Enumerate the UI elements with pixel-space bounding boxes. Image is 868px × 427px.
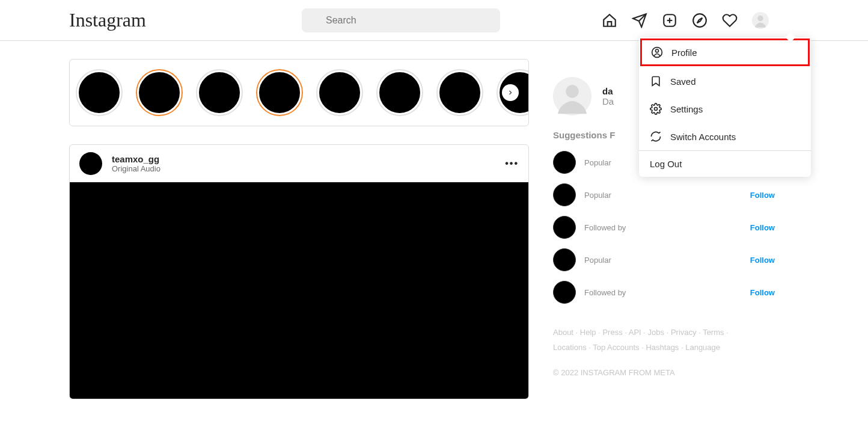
stories-next-button[interactable] bbox=[502, 84, 519, 101]
suggestion-item: Popular Follow bbox=[553, 179, 799, 211]
menu-item-profile[interactable]: Profile bbox=[640, 38, 810, 66]
menu-label: Profile bbox=[671, 48, 697, 58]
follow-button[interactable]: Follow bbox=[750, 256, 775, 265]
footer-links: About · Help · Press · API · Jobs · Priv… bbox=[553, 325, 799, 355]
current-user-avatar[interactable] bbox=[553, 77, 591, 115]
suggestion-avatar[interactable] bbox=[553, 183, 576, 206]
gear-icon bbox=[650, 103, 662, 115]
activity-icon[interactable] bbox=[722, 13, 738, 28]
svg-point-10 bbox=[656, 49, 659, 52]
story-item[interactable] bbox=[257, 70, 302, 115]
footer-link[interactable]: About bbox=[553, 328, 573, 337]
menu-item-saved[interactable]: Saved bbox=[639, 67, 811, 95]
menu-label: Settings bbox=[670, 104, 703, 114]
bookmark-icon bbox=[650, 75, 662, 87]
story-item[interactable] bbox=[77, 70, 121, 115]
home-icon[interactable] bbox=[602, 13, 617, 28]
menu-item-logout[interactable]: Log Out bbox=[639, 151, 811, 177]
story-item[interactable] bbox=[377, 70, 422, 115]
top-nav: Instagram bbox=[0, 0, 868, 41]
svg-point-5 bbox=[693, 14, 706, 27]
menu-item-switch[interactable]: Switch Accounts bbox=[639, 123, 811, 150]
current-user-username: da bbox=[602, 86, 614, 96]
post-subtitle[interactable]: Original Audio bbox=[112, 164, 160, 173]
search-input[interactable] bbox=[302, 8, 500, 32]
profile-icon bbox=[651, 46, 663, 58]
svg-marker-6 bbox=[697, 17, 703, 23]
suggestion-item: Followed by Follow bbox=[553, 276, 799, 309]
suggestion-avatar[interactable] bbox=[553, 151, 576, 174]
follow-button[interactable]: Follow bbox=[750, 288, 775, 297]
footer-link[interactable]: Locations bbox=[553, 343, 587, 352]
suggestion-avatar[interactable] bbox=[553, 216, 576, 239]
feed-post: teamxo_gg Original Audio ••• bbox=[69, 144, 529, 399]
menu-item-settings[interactable]: Settings bbox=[639, 95, 811, 123]
menu-label: Saved bbox=[670, 76, 696, 87]
post-author-username[interactable]: teamxo_gg bbox=[112, 154, 160, 164]
svg-point-13 bbox=[566, 85, 578, 97]
svg-point-8 bbox=[757, 15, 763, 20]
footer-link[interactable]: Help bbox=[580, 328, 596, 337]
svg-point-11 bbox=[655, 108, 658, 111]
footer-link[interactable]: Hashtags bbox=[646, 343, 679, 352]
story-item[interactable] bbox=[438, 70, 482, 115]
nav-icons bbox=[602, 12, 769, 29]
menu-label: Log Out bbox=[650, 159, 682, 169]
footer-link[interactable]: Top Accounts bbox=[593, 343, 639, 352]
suggestion-avatar[interactable] bbox=[553, 281, 576, 304]
follow-button[interactable]: Follow bbox=[750, 223, 775, 232]
messages-icon[interactable] bbox=[632, 13, 647, 28]
post-media[interactable] bbox=[70, 182, 528, 399]
post-more-button[interactable]: ••• bbox=[505, 158, 519, 169]
explore-icon[interactable] bbox=[692, 13, 708, 28]
suggestion-subtext: Popular bbox=[584, 158, 611, 167]
footer-link[interactable]: Privacy bbox=[671, 328, 697, 337]
suggestion-subtext: Followed by bbox=[584, 223, 626, 232]
suggestion-subtext: Popular bbox=[584, 191, 611, 200]
switch-icon bbox=[650, 131, 662, 143]
follow-button[interactable]: Follow bbox=[750, 191, 775, 200]
story-item[interactable] bbox=[317, 70, 362, 115]
new-post-icon[interactable] bbox=[662, 13, 677, 28]
suggestion-avatar[interactable] bbox=[553, 248, 576, 271]
suggestion-subtext: Popular bbox=[584, 256, 611, 265]
suggestion-subtext: Followed by bbox=[584, 288, 626, 297]
post-author-avatar[interactable] bbox=[79, 152, 102, 175]
story-item[interactable] bbox=[197, 70, 242, 115]
current-user-displayname: Da bbox=[602, 96, 614, 106]
story-item[interactable] bbox=[137, 70, 182, 115]
footer-link[interactable]: Language bbox=[685, 343, 720, 352]
footer-copyright: © 2022 INSTAGRAM FROM META bbox=[553, 368, 799, 377]
suggestion-item: Followed by Follow bbox=[553, 211, 799, 244]
suggestion-item: Popular Follow bbox=[553, 244, 799, 276]
footer-link[interactable]: Press bbox=[602, 328, 622, 337]
instagram-logo[interactable]: Instagram bbox=[69, 9, 146, 31]
footer-link[interactable]: API bbox=[629, 328, 641, 337]
menu-label: Switch Accounts bbox=[670, 132, 736, 142]
footer-link[interactable]: Terms bbox=[703, 328, 724, 337]
stories-tray bbox=[69, 59, 529, 126]
profile-avatar-button[interactable] bbox=[752, 12, 769, 29]
footer-link[interactable]: Jobs bbox=[648, 328, 664, 337]
profile-dropdown-menu: Profile Saved Settings Switch Accounts L… bbox=[639, 37, 811, 177]
